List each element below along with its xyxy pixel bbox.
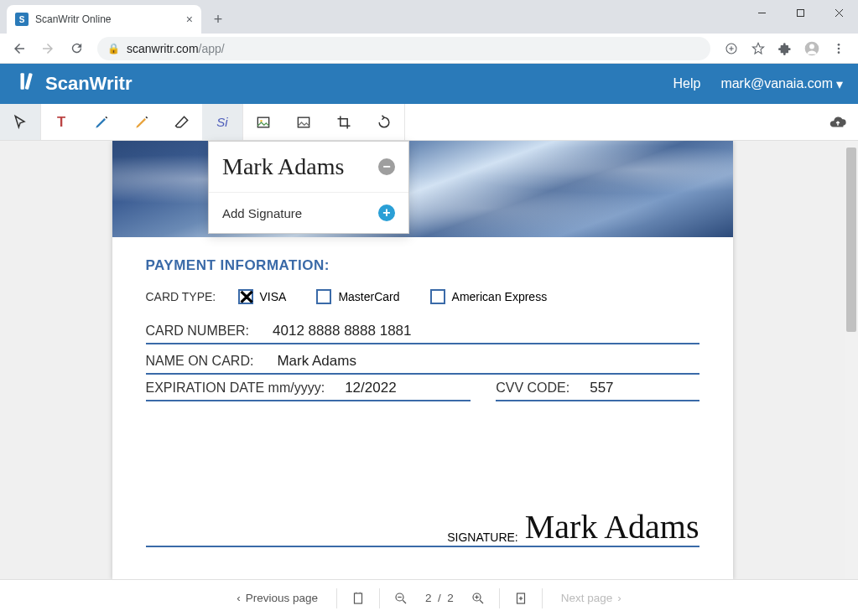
name-on-card-label: NAME ON CARD: [146,354,266,369]
new-tab-button[interactable]: + [206,8,230,31]
cvv-value: 557 [590,380,613,396]
cloud-export-button[interactable] [818,104,858,140]
bookmark-icon[interactable] [746,36,771,61]
minimize-button[interactable] [742,0,781,25]
section-title: PAYMENT INFORMATION: [146,257,699,274]
svg-line-28 [480,600,483,603]
pager-bar: ‹ Previous page 2 / 2 Next page › [0,579,858,616]
expiration-label: EXPIRATION DATE mm/yyyy: [146,380,337,396]
cvv-label: CVV CODE: [496,380,581,396]
signature-option[interactable]: Mark Adams − [209,142,408,193]
tab-title: ScanWritr Online [35,13,179,25]
svg-line-24 [403,600,406,603]
profile-icon[interactable] [799,36,824,61]
page-indicator: 2 / 2 [425,592,454,604]
app-name: ScanWritr [45,73,133,95]
add-signature-button[interactable]: Add Signature + [209,193,408,233]
browser-tab[interactable]: S ScanWritr Online × [7,5,201,34]
expiration-value: 12/2022 [345,380,396,396]
next-page-button[interactable]: Next page › [551,587,632,609]
svg-rect-13 [25,73,33,90]
tab-favicon: S [15,13,29,26]
tab-close-icon[interactable]: × [186,13,193,26]
document-canvas[interactable]: PAYMENT INFORMATION: CARD TYPE: VISA Mas… [0,141,845,579]
card-number-label: CARD NUMBER: [146,324,262,339]
svg-text:Si: Si [216,115,228,129]
zoom-in-button[interactable] [465,591,491,606]
card-number-value: 4012 8888 8888 1881 [273,323,411,339]
checkbox-icon [316,289,331,304]
svg-rect-1 [797,9,803,16]
menu-icon[interactable] [826,36,851,61]
reload-button[interactable] [64,36,89,61]
remove-signature-icon[interactable]: − [378,158,395,175]
forward-button[interactable] [35,36,60,61]
name-on-card-value: Mark Adams [277,353,356,370]
image-tool[interactable] [243,104,283,140]
signature-label: SIGNATURE: [447,531,518,544]
gallery-tool[interactable] [283,104,324,140]
svg-text:T: T [57,114,65,130]
signature-dropdown: Mark Adams − Add Signature + [208,141,409,234]
add-page-button[interactable] [508,591,533,606]
document-banner-image [112,141,733,237]
card-type-label: CARD TYPE: [146,290,238,303]
fit-page-button[interactable] [346,591,371,606]
svg-point-8 [809,44,814,49]
extensions-icon[interactable] [772,36,798,61]
svg-point-10 [838,47,840,49]
rotate-tool[interactable] [364,104,404,140]
user-email: mark@vanaia.com [720,76,833,91]
scrollbar-thumb[interactable] [846,148,856,332]
back-button[interactable] [7,36,32,61]
pen-tool[interactable] [81,104,122,140]
previous-page-button[interactable]: ‹ Previous page [226,587,328,609]
marker-tool[interactable] [122,104,162,140]
eraser-tool[interactable] [162,104,202,140]
card-type-mastercard[interactable]: MasterCard [316,289,399,304]
window-controls [742,0,858,25]
chevron-left-icon: ‹ [237,592,241,604]
add-signature-label: Add Signature [222,206,302,220]
text-tool[interactable]: T [41,104,81,140]
signature-image: Mark Adams [525,510,699,544]
vertical-scrollbar[interactable] [845,141,858,579]
signature-preview: Mark Adams [222,153,344,180]
svg-point-9 [838,44,840,46]
url-text: scanwritr.com/app/ [127,42,225,55]
svg-point-11 [838,51,840,54]
crop-tool[interactable] [324,104,364,140]
chevron-right-icon: › [617,592,621,604]
zoom-icon[interactable] [719,36,744,61]
svg-rect-19 [354,593,361,603]
document-page: PAYMENT INFORMATION: CARD TYPE: VISA Mas… [112,141,733,579]
svg-rect-16 [257,117,268,127]
checkbox-icon [430,289,445,304]
lock-icon: 🔒 [107,43,120,54]
checkbox-checked-icon [238,289,253,304]
add-icon[interactable]: + [378,204,395,221]
close-window-button[interactable] [819,0,858,25]
cursor-tool[interactable] [0,104,40,140]
card-type-amex[interactable]: American Express [430,289,548,304]
maximize-button[interactable] [781,0,819,25]
app-logo[interactable]: ScanWritr [15,70,133,97]
chevron-down-icon: ▾ [836,76,843,92]
card-type-visa[interactable]: VISA [238,289,287,304]
address-bar[interactable]: 🔒 scanwritr.com/app/ [97,37,710,60]
logo-icon [15,70,37,97]
app-header: ScanWritr Help mark@vanaia.com ▾ [0,64,858,104]
user-menu[interactable]: mark@vanaia.com ▾ [720,76,843,92]
signature-tool[interactable]: Si [202,104,242,140]
browser-toolbar: 🔒 scanwritr.com/app/ [0,34,858,64]
zoom-out-button[interactable] [388,591,413,606]
app-toolbar: T Si Mark Adams − Add Signature + [0,104,858,141]
browser-titlebar: S ScanWritr Online × + [0,0,858,34]
help-link[interactable]: Help [673,76,700,92]
svg-rect-12 [21,73,24,90]
svg-rect-18 [298,117,309,127]
